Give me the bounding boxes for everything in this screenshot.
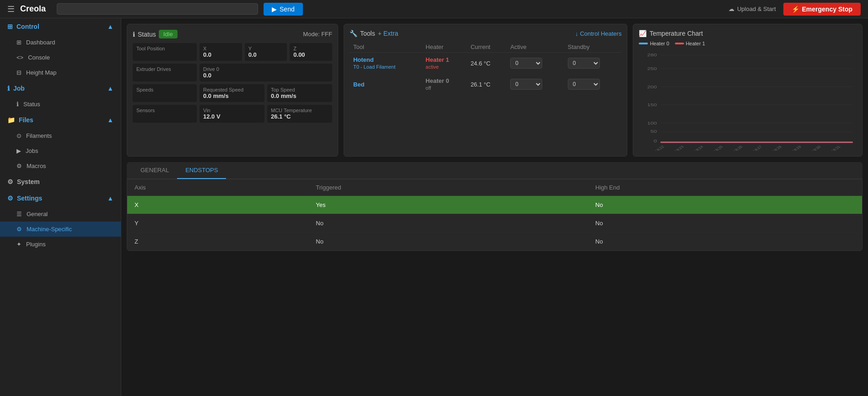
send-button[interactable]: ▶ Send (264, 3, 303, 16)
macros-icon: ⚙ (16, 163, 22, 169)
endstops-row: XYesNo (127, 196, 862, 214)
control-section-icon: ⊞ (7, 23, 13, 30)
heater-table: Tool Heater Current Active Standby Hoten… (350, 42, 621, 95)
chart-area: 280 250 200 150 100 50 0 18:22 18:23 (639, 50, 857, 151)
svg-text:18:29: 18:29 (791, 145, 803, 151)
sidebar-section-control[interactable]: ⊞ Control ▲ (0, 18, 121, 35)
top-cards: ℹ Status Idle Mode: FFF Tool Position X (127, 24, 863, 157)
job-section-icon: ℹ (7, 85, 10, 92)
sidebar-item-jobs[interactable]: ▶ Jobs (0, 143, 121, 158)
heater-col-standby: Standby (564, 42, 622, 53)
heater-name-cell: Heater 1active (422, 53, 467, 74)
heater-col-current: Current (467, 42, 507, 53)
tab-general[interactable]: GENERAL (132, 162, 177, 179)
filaments-icon: ⊙ (16, 132, 22, 139)
legend-heater0: Heater 0 (639, 41, 669, 46)
endstops-triggered-cell: Yes (308, 196, 588, 214)
requested-speed-cell: Requested Speed 0.0 mm/s (199, 84, 264, 102)
svg-text:18:23: 18:23 (674, 145, 685, 151)
svg-text:18:24: 18:24 (693, 145, 705, 151)
endstops-triggered-cell: No (308, 214, 588, 233)
heater-name-cell: Heater 0off (422, 74, 467, 95)
extra-link[interactable]: + Extra (378, 30, 399, 37)
job-collapse-icon: ▲ (107, 85, 113, 92)
tool-position-cell: Tool Position (133, 43, 197, 61)
endstops-axis-cell: Y (127, 214, 308, 233)
temp-chart-card: 📈 Temperature Chart Heater 0 Heater 1 (633, 24, 863, 157)
heater-standby-select[interactable]: 0 (568, 79, 600, 90)
send-icon: ▶ (272, 5, 277, 13)
top-speed-cell: Top Speed 0.0 mm/s (267, 84, 332, 102)
status-card-title: Status (138, 31, 156, 38)
sidebar-item-console[interactable]: <> Console (0, 50, 121, 65)
main-content: ℹ Status Idle Mode: FFF Tool Position X (121, 18, 868, 396)
dashboard-icon: ⊞ (16, 39, 22, 46)
settings-section-icon: ⚙ (7, 195, 13, 202)
extruder-drive-cell: Drive 0 0.0 (199, 64, 332, 81)
sidebar-item-plugins[interactable]: ✦ Plugins (0, 237, 121, 252)
files-collapse-icon: ▲ (107, 116, 113, 124)
endstops-axis-cell: Z (127, 233, 308, 251)
upload-start-button[interactable]: ☁ Upload & Start (728, 5, 776, 12)
machine-specific-icon: ⚙ (16, 226, 22, 233)
sensors-label-cell: Sensors (133, 105, 197, 123)
sidebar-item-macros[interactable]: ⚙ Macros (0, 158, 121, 174)
search-input[interactable] (57, 3, 258, 15)
height-map-icon: ⊟ (16, 69, 22, 76)
sidebar-item-dashboard[interactable]: ⊞ Dashboard (0, 35, 121, 50)
sidebar-item-system[interactable]: ⚙ System (0, 174, 121, 190)
files-section-icon: 📁 (7, 116, 15, 124)
menu-icon[interactable]: ☰ (7, 4, 15, 14)
speeds-label-cell: Speeds (133, 84, 197, 102)
main-layout: ⊞ Control ▲ ⊞ Dashboard <> Console ⊟ Hei… (0, 18, 868, 396)
endstops-row: YNoNo (127, 214, 862, 233)
heater-current-cell: 24.6 °C (467, 53, 507, 74)
svg-text:250: 250 (647, 66, 657, 71)
sidebar-item-machine-specific[interactable]: ⚙ Machine-Specific (0, 222, 121, 237)
endstops-col-triggered: Triggered (308, 179, 588, 196)
emergency-stop-button[interactable]: ⚡ Emergency Stop (783, 3, 861, 16)
sidebar-section-files-label: Files (19, 116, 33, 124)
endstops-high_end-cell: No (588, 214, 862, 233)
heater-standby-cell[interactable]: 0 (564, 74, 622, 95)
endstops-panel: Axis Triggered High End XYesNoYNoNoZNoNo (127, 179, 863, 251)
svg-text:50: 50 (651, 129, 657, 134)
sidebar-item-general[interactable]: ☰ General (0, 206, 121, 222)
heater-card: 🔧 Tools + Extra ↓ Control Heaters Tool H… (344, 24, 627, 157)
sidebar-item-filaments[interactable]: ⊙ Filaments (0, 128, 121, 143)
heater-active-select[interactable]: 0 (510, 58, 542, 69)
console-icon: <> (16, 54, 23, 61)
svg-text:18:31: 18:31 (830, 145, 842, 151)
y-position-cell: Y 0.0 (245, 43, 287, 61)
svg-text:18:28: 18:28 (772, 145, 783, 151)
bottom-panel: GENERAL ENDSTOPS Axis Triggered High End… (127, 162, 863, 251)
endstops-col-axis: Axis (127, 179, 308, 196)
sidebar-item-status[interactable]: ℹ Status (0, 97, 121, 112)
heater-active-cell[interactable]: 0 (507, 74, 564, 95)
settings-collapse-icon: ▲ (107, 195, 113, 202)
tools-icon: 🔧 (350, 30, 357, 37)
plugins-icon: ✦ (16, 241, 22, 248)
control-collapse-icon: ▲ (107, 23, 113, 30)
sidebar-section-files[interactable]: 📁 Files ▲ (0, 112, 121, 128)
status-icon: ℹ (16, 101, 19, 108)
sidebar-section-settings[interactable]: ⚙ Settings ▲ (0, 190, 121, 206)
sidebar-item-height-map[interactable]: ⊟ Height Map (0, 65, 121, 80)
sidebar-section-job[interactable]: ℹ Job ▲ (0, 80, 121, 97)
sidebar-system-label: System (17, 178, 40, 185)
tab-endstops[interactable]: ENDSTOPS (177, 162, 226, 179)
svg-text:18:22: 18:22 (654, 145, 666, 151)
heater-standby-cell[interactable]: 0 (564, 53, 622, 74)
z-position-cell: Z 0.00 (290, 43, 332, 61)
x-position-cell: X 0.0 (199, 43, 242, 61)
svg-text:18:27: 18:27 (752, 145, 764, 151)
heater-standby-select[interactable]: 0 (568, 58, 600, 69)
control-heaters-link[interactable]: ↓ Control Heaters (575, 30, 622, 37)
heater-active-select[interactable]: 0 (510, 79, 542, 90)
heater-col-heater: Heater (422, 42, 467, 53)
vin-cell: Vin 12.0 V (199, 105, 264, 123)
heater-current-cell: 26.1 °C (467, 74, 507, 95)
heater-table-row: HotendT0 - Load FilamentHeater 1active24… (350, 53, 621, 74)
extruder-drives-label-cell: Extruder Drives (133, 64, 197, 81)
heater-active-cell[interactable]: 0 (507, 53, 564, 74)
